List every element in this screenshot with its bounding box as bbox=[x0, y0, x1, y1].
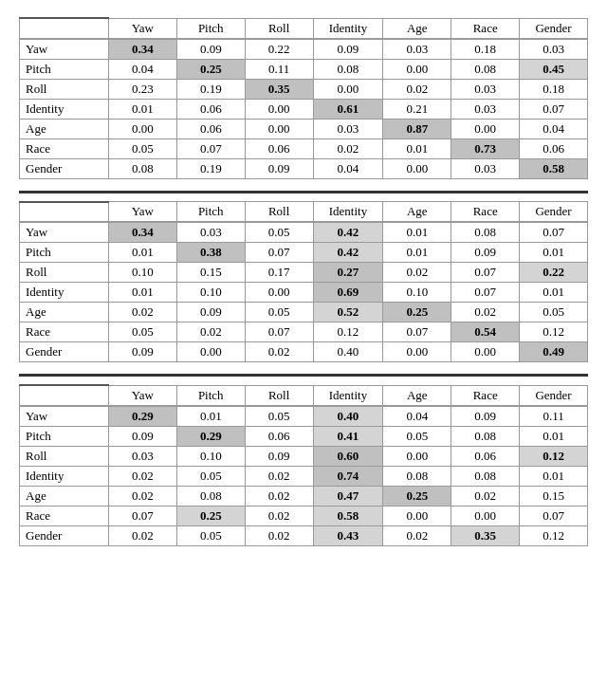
cell-3-4: 0.10 bbox=[383, 283, 451, 303]
col-header-7: Gender bbox=[520, 18, 588, 38]
cell-2-0: 0.03 bbox=[108, 446, 176, 466]
cell-3-0: 0.01 bbox=[108, 283, 176, 303]
table-section-0: YawPitchRollIdentityAgeRaceGenderYaw0.34… bbox=[19, 17, 588, 179]
cell-4-1: 0.08 bbox=[176, 486, 245, 506]
cell-4-2: 0.05 bbox=[245, 303, 313, 322]
cell-2-0: 0.10 bbox=[108, 263, 176, 283]
row-label-3: Identity bbox=[20, 466, 109, 486]
cell-6-3: 0.43 bbox=[313, 525, 383, 545]
cell-5-1: 0.25 bbox=[176, 506, 245, 525]
row-label-0: Yaw bbox=[20, 223, 109, 243]
cell-0-1: 0.01 bbox=[176, 406, 245, 426]
table-row: Race0.050.020.070.120.070.540.12 bbox=[20, 322, 588, 342]
table-row: Race0.070.250.020.580.000.000.07 bbox=[20, 506, 588, 525]
cell-4-4: 0.87 bbox=[383, 119, 451, 138]
table-row: Gender0.020.050.020.430.020.350.12 bbox=[20, 525, 588, 545]
cell-6-1: 0.05 bbox=[176, 525, 245, 545]
cell-3-1: 0.06 bbox=[176, 99, 245, 119]
table-row: Yaw0.340.090.220.090.030.180.03 bbox=[20, 39, 588, 59]
cell-6-0: 0.09 bbox=[108, 342, 176, 362]
row-label-3: Identity bbox=[20, 283, 109, 303]
cell-2-3: 0.27 bbox=[313, 263, 383, 283]
row-label-0: Yaw bbox=[20, 406, 109, 426]
cell-1-4: 0.00 bbox=[383, 59, 451, 79]
cell-0-0: 0.34 bbox=[108, 39, 176, 59]
cell-1-3: 0.41 bbox=[313, 426, 383, 446]
cell-6-0: 0.08 bbox=[108, 158, 176, 178]
cell-6-5: 0.03 bbox=[451, 158, 520, 178]
cell-5-3: 0.58 bbox=[313, 506, 383, 525]
cell-3-1: 0.05 bbox=[176, 466, 245, 486]
cell-3-5: 0.03 bbox=[451, 99, 520, 119]
cell-1-0: 0.04 bbox=[108, 59, 176, 79]
cell-5-4: 0.01 bbox=[383, 138, 451, 158]
table-row: Identity0.020.050.020.740.080.080.01 bbox=[20, 466, 588, 486]
cell-5-0: 0.05 bbox=[108, 138, 176, 158]
row-label-4: Age bbox=[20, 303, 109, 322]
cell-1-2: 0.11 bbox=[245, 59, 313, 79]
col-header-6: Race bbox=[451, 202, 520, 222]
cell-0-6: 0.03 bbox=[520, 39, 588, 59]
cell-5-2: 0.06 bbox=[245, 138, 313, 158]
table-row: Pitch0.010.380.070.420.010.090.01 bbox=[20, 243, 588, 263]
cell-6-0: 0.02 bbox=[108, 525, 176, 545]
row-label-2: Roll bbox=[20, 79, 109, 99]
row-label-6: Gender bbox=[20, 158, 109, 178]
cell-2-2: 0.35 bbox=[245, 79, 313, 99]
cell-2-0: 0.23 bbox=[108, 79, 176, 99]
cell-0-2: 0.22 bbox=[245, 39, 313, 59]
cell-5-4: 0.07 bbox=[383, 322, 451, 342]
col-header-4: Identity bbox=[313, 18, 383, 38]
table-section-2: YawPitchRollIdentityAgeRaceGenderYaw0.29… bbox=[19, 384, 588, 546]
table-row: Age0.000.060.000.030.870.000.04 bbox=[20, 119, 588, 138]
col-header-5: Age bbox=[383, 202, 451, 222]
cell-2-4: 0.02 bbox=[383, 79, 451, 99]
cell-2-6: 0.22 bbox=[520, 263, 588, 283]
section-divider bbox=[19, 191, 588, 193]
data-table-1: YawPitchRollIdentityAgeRaceGenderYaw0.34… bbox=[19, 201, 588, 363]
cell-1-0: 0.01 bbox=[108, 243, 176, 263]
col-header-0 bbox=[20, 202, 109, 222]
cell-2-4: 0.02 bbox=[383, 263, 451, 283]
row-label-2: Roll bbox=[20, 446, 109, 466]
cell-0-0: 0.34 bbox=[108, 223, 176, 243]
col-header-7: Gender bbox=[520, 202, 588, 222]
cell-4-3: 0.52 bbox=[313, 303, 383, 322]
cell-1-2: 0.06 bbox=[245, 426, 313, 446]
cell-2-3: 0.00 bbox=[313, 79, 383, 99]
table-row: Roll0.230.190.350.000.020.030.18 bbox=[20, 79, 588, 99]
cell-5-6: 0.07 bbox=[520, 506, 588, 525]
cell-1-4: 0.01 bbox=[383, 243, 451, 263]
cell-5-6: 0.12 bbox=[520, 322, 588, 342]
col-header-0 bbox=[20, 385, 109, 405]
cell-0-1: 0.09 bbox=[176, 39, 245, 59]
cell-1-1: 0.29 bbox=[176, 426, 245, 446]
cell-4-5: 0.00 bbox=[451, 119, 520, 138]
col-header-1: Yaw bbox=[108, 18, 176, 38]
cell-4-5: 0.02 bbox=[451, 303, 520, 322]
cell-4-2: 0.02 bbox=[245, 486, 313, 506]
cell-2-6: 0.12 bbox=[520, 446, 588, 466]
cell-5-5: 0.73 bbox=[451, 138, 520, 158]
col-header-3: Roll bbox=[245, 202, 313, 222]
cell-5-1: 0.02 bbox=[176, 322, 245, 342]
cell-0-5: 0.18 bbox=[451, 39, 520, 59]
cell-5-0: 0.07 bbox=[108, 506, 176, 525]
cell-4-5: 0.02 bbox=[451, 486, 520, 506]
row-label-1: Pitch bbox=[20, 243, 109, 263]
col-header-1: Yaw bbox=[108, 202, 176, 222]
cell-6-2: 0.02 bbox=[245, 525, 313, 545]
table-row: Yaw0.340.030.050.420.010.080.07 bbox=[20, 223, 588, 243]
cell-1-5: 0.08 bbox=[451, 59, 520, 79]
table-row: Age0.020.090.050.520.250.020.05 bbox=[20, 303, 588, 322]
table-row: Pitch0.040.250.110.080.000.080.45 bbox=[20, 59, 588, 79]
cell-5-1: 0.07 bbox=[176, 138, 245, 158]
col-header-0 bbox=[20, 18, 109, 38]
cell-3-0: 0.02 bbox=[108, 466, 176, 486]
cell-4-3: 0.47 bbox=[313, 486, 383, 506]
col-header-4: Identity bbox=[313, 202, 383, 222]
col-header-6: Race bbox=[451, 18, 520, 38]
cell-0-6: 0.07 bbox=[520, 223, 588, 243]
cell-6-6: 0.49 bbox=[520, 342, 588, 362]
section-divider bbox=[19, 374, 588, 377]
